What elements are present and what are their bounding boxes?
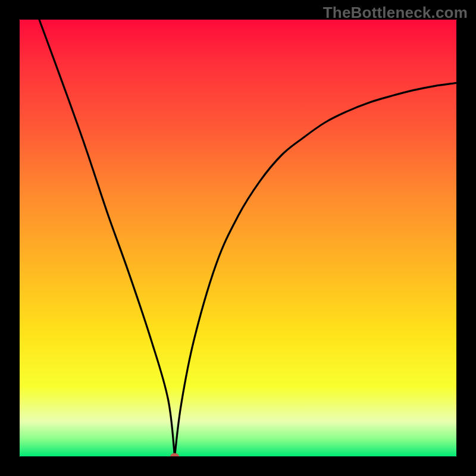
bottleneck-curve-path xyxy=(39,20,456,456)
plot-area xyxy=(20,20,456,456)
watermark-text: TheBottleneck.com xyxy=(323,4,468,22)
min-marker-dot xyxy=(171,453,179,456)
curve-svg xyxy=(20,20,456,456)
chart-frame: TheBottleneck.com xyxy=(0,0,476,476)
